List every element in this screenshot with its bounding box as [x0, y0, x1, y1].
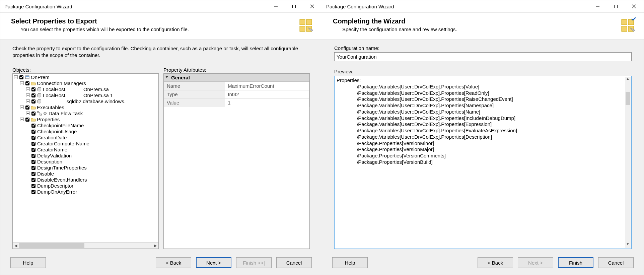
back-button[interactable]: < Back: [156, 257, 191, 268]
expand-toggle-icon[interactable]: −: [20, 118, 24, 121]
propgrid-key: Name: [164, 82, 225, 90]
propgrid-value[interactable]: Int32: [225, 90, 309, 98]
preview-panel[interactable]: Properties: \Package.Variables[User::Drv…: [334, 76, 632, 249]
tree-checkbox[interactable]: [31, 87, 35, 91]
tree-node-label[interactable]: DelayValidation: [37, 153, 72, 159]
tree-checkbox[interactable]: [31, 112, 35, 116]
maximize-button[interactable]: [285, 0, 303, 12]
tree-node-label[interactable]: DumpDescriptor: [37, 183, 73, 189]
next-button: Next >: [518, 257, 553, 268]
preview-line: \Package.Properties[VersionComments]: [357, 153, 629, 159]
maximize-button[interactable]: [607, 0, 625, 12]
tree-node-label[interactable]: DesignTimeProperties: [37, 165, 87, 171]
tree-node-label[interactable]: LocalHost. OnPrem.sa: [43, 86, 109, 92]
svg-rect-1: [293, 5, 296, 8]
tree-node-label[interactable]: Data Flow Task: [48, 111, 83, 117]
tree-node-label[interactable]: Properties: [37, 117, 60, 123]
svg-rect-21: [622, 19, 627, 25]
tree-checkbox[interactable]: [31, 130, 35, 134]
wizard-banner: Completing the Wizard Specify the config…: [322, 13, 644, 40]
preview-line: \Package.Variables[User::DrvColExp].Prop…: [357, 109, 629, 115]
database-icon: [37, 87, 42, 92]
expand-toggle-icon[interactable]: −: [20, 106, 24, 109]
tree-node-label[interactable]: DumpOnAnyError: [37, 189, 77, 195]
next-button[interactable]: Next >: [196, 257, 231, 268]
back-button[interactable]: < Back: [478, 257, 513, 268]
expand-toggle-icon[interactable]: +: [26, 87, 30, 91]
tree-node-label[interactable]: CheckpointUsage: [37, 129, 77, 135]
cancel-button[interactable]: Cancel: [276, 257, 312, 268]
page-heading: Completing the Wizard: [333, 17, 457, 25]
propgrid-key: Type: [164, 90, 225, 98]
database-icon: [37, 93, 42, 98]
help-button[interactable]: Help: [332, 257, 368, 268]
tree-checkbox[interactable]: [31, 154, 35, 158]
expand-toggle-icon[interactable]: +: [26, 93, 30, 97]
propgrid-value[interactable]: 1: [225, 98, 309, 107]
svg-rect-5: [306, 19, 312, 25]
propgrid-value[interactable]: MaximumErrorCount: [225, 82, 309, 90]
tree-node-label[interactable]: Executables: [37, 105, 64, 111]
tree-checkbox[interactable]: [31, 124, 35, 128]
cancel-button[interactable]: Cancel: [598, 257, 634, 268]
tree-checkbox[interactable]: [31, 166, 35, 170]
tree-checkbox[interactable]: [31, 136, 35, 140]
config-name-input[interactable]: [334, 52, 632, 61]
vertical-scrollbar[interactable]: ▲ ▼: [625, 77, 631, 248]
horizontal-scrollbar[interactable]: ◀ ▶: [13, 242, 158, 249]
package-icon: [25, 75, 30, 80]
tree-checkbox[interactable]: [31, 142, 35, 146]
tree-node-label[interactable]: Description: [37, 159, 62, 165]
finish-button[interactable]: Finish: [558, 257, 593, 268]
preview-line: \Package.Variables[User::DrvColExp].Prop…: [357, 84, 629, 90]
dataflow-icon: [37, 111, 42, 116]
window-title: Package Configuration Wizard: [326, 4, 589, 9]
tree-node-label[interactable]: Connection Managers: [37, 80, 86, 86]
wizard-banner: Select Properties to Export You can sele…: [0, 13, 322, 40]
tree-node-label[interactable]: OnPrem: [30, 74, 50, 80]
titlebar: Package Configuration Wizard: [322, 0, 644, 13]
tree-checkbox[interactable]: [31, 160, 35, 164]
close-button[interactable]: [303, 0, 321, 12]
tree-checkbox[interactable]: [31, 93, 35, 97]
tree-checkbox[interactable]: [31, 184, 35, 188]
tree-node-label[interactable]: LocalHost. OnPrem.sa 1: [43, 92, 113, 98]
expand-toggle-icon[interactable]: +: [26, 99, 30, 103]
tree-checkbox[interactable]: [31, 172, 35, 176]
tree-checkbox[interactable]: [31, 148, 35, 152]
wizard-footer: Help < Back Next > Finish Cancel: [322, 251, 644, 275]
preview-line: \Package.Properties[VersionMinor]: [357, 140, 629, 147]
tree-checkbox[interactable]: [25, 81, 29, 85]
tree-checkbox[interactable]: [31, 178, 35, 182]
minimize-button[interactable]: [267, 0, 285, 12]
tree-node-label[interactable]: Disable: [37, 171, 54, 177]
tree-node-label[interactable]: CreatorName: [37, 147, 67, 153]
minimize-button[interactable]: [589, 0, 607, 12]
svg-rect-13: [37, 112, 39, 113]
svg-rect-4: [300, 19, 305, 25]
expand-toggle-icon[interactable]: −: [20, 81, 24, 85]
close-button[interactable]: [625, 0, 643, 12]
preview-header: Properties:: [337, 77, 629, 84]
titlebar: Package Configuration Wizard: [0, 0, 322, 13]
property-grid[interactable]: General NameMaximumErrorCountTypeInt32Va…: [164, 74, 309, 107]
tree-checkbox[interactable]: [19, 75, 23, 79]
folder-icon: [31, 117, 36, 122]
tree-checkbox[interactable]: [31, 99, 35, 104]
propgrid-group-header[interactable]: General: [164, 74, 309, 82]
wizard-window-select-properties: Package Configuration Wizard Select Prop…: [0, 0, 322, 275]
tree-node-label[interactable]: sqldb2.database.windows.: [43, 98, 126, 105]
objects-tree[interactable]: −OnPrem−Connection Managers+LocalHost. O…: [13, 74, 158, 243]
tree-node-label[interactable]: CheckpointFileName: [37, 123, 84, 129]
preview-line: \Package.Variables[User::DrvColExp].Prop…: [357, 115, 629, 122]
tree-node-label[interactable]: DisableEventHandlers: [37, 177, 87, 183]
folder-icon: [31, 105, 36, 110]
expand-toggle-icon[interactable]: +: [26, 112, 30, 115]
tree-node-label[interactable]: CreatorComputerName: [37, 141, 89, 147]
tree-checkbox[interactable]: [25, 106, 29, 110]
tree-node-label[interactable]: CreationDate: [37, 135, 67, 141]
tree-checkbox[interactable]: [31, 190, 35, 194]
expand-toggle-icon[interactable]: −: [14, 75, 18, 79]
help-button[interactable]: Help: [10, 257, 46, 268]
tree-checkbox[interactable]: [25, 118, 29, 122]
